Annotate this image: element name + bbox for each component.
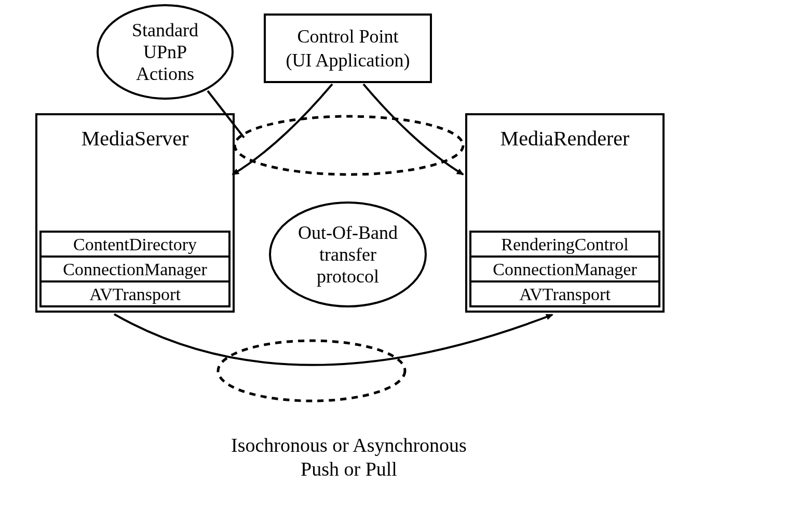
- control-point-line2: (UI Application): [286, 50, 410, 71]
- upnp-actions-l2: UPnP: [143, 42, 187, 62]
- oob-l3: protocol: [317, 266, 379, 287]
- media-server-box: MediaServer ContentDirectory ConnectionM…: [36, 114, 234, 312]
- architecture-diagram: Control Point (UI Application) Standard …: [0, 0, 812, 511]
- control-point-line1: Control Point: [297, 26, 398, 47]
- arrow-cp-to-server: [233, 84, 332, 174]
- out-of-band-annotation: Out-Of-Band transfer protocol: [270, 203, 426, 306]
- upnp-actions-annotation: Standard UPnP Actions: [98, 5, 233, 99]
- arrow-server-to-renderer: [114, 314, 552, 365]
- media-server-s2: ConnectionManager: [63, 260, 207, 279]
- media-renderer-s1: RenderingControl: [501, 235, 629, 254]
- control-point-box: Control Point (UI Application): [265, 15, 431, 82]
- media-renderer-s3: AVTransport: [519, 285, 611, 304]
- bottom-text-l2: Push or Pull: [301, 458, 397, 480]
- oob-l2: transfer: [319, 244, 376, 265]
- arrow-cp-to-renderer: [363, 84, 463, 174]
- upnp-actions-l3: Actions: [136, 63, 194, 84]
- media-renderer-title: MediaRenderer: [500, 127, 630, 150]
- media-renderer-s2: ConnectionManager: [493, 260, 637, 279]
- upnp-actions-region: [235, 116, 463, 174]
- oob-l1: Out-Of-Band: [298, 222, 398, 243]
- media-renderer-box: MediaRenderer RenderingControl Connectio…: [466, 114, 664, 312]
- upnp-actions-l1: Standard: [132, 20, 198, 41]
- bottom-text-l1: Isochronous or Asynchronous: [231, 434, 467, 456]
- out-of-band-region: [218, 341, 405, 401]
- media-server-s3: AVTransport: [89, 285, 181, 304]
- media-server-title: MediaServer: [82, 127, 189, 150]
- svg-rect-1: [265, 15, 431, 82]
- media-server-s1: ContentDirectory: [73, 235, 197, 254]
